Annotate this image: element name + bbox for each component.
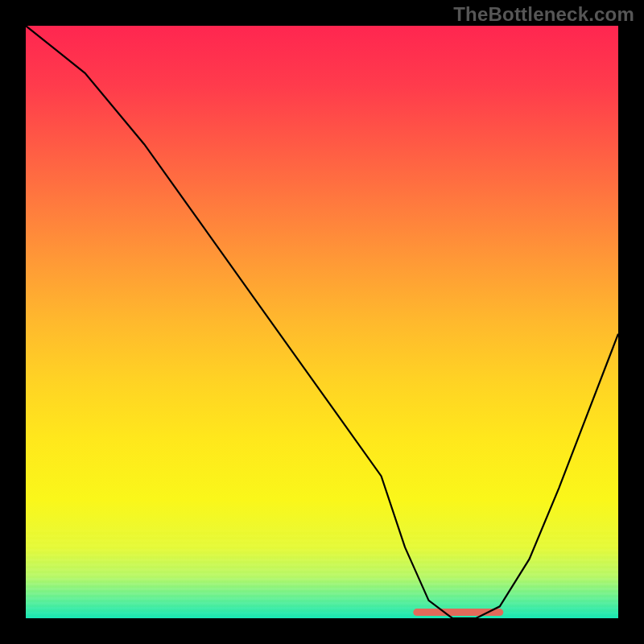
watermark-text: TheBottleneck.com [453, 3, 634, 26]
curve-layer [26, 26, 618, 618]
bottleneck-curve-line [26, 26, 618, 618]
plot-area [26, 26, 618, 618]
chart-frame: TheBottleneck.com [0, 0, 644, 644]
